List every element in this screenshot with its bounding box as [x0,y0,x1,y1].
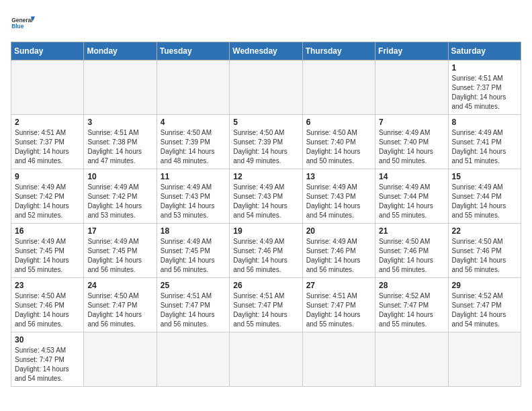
calendar-cell: 3Sunrise: 4:51 AMSunset: 7:38 PMDaylight… [84,115,157,169]
calendar-cell: 25Sunrise: 4:51 AMSunset: 7:47 PMDayligh… [157,278,229,332]
day-number: 1 [452,63,517,73]
day-info: Sunrise: 4:50 AMSunset: 7:46 PMDaylight:… [452,237,517,275]
day-number: 3 [87,118,152,127]
day-info: Sunrise: 4:49 AMSunset: 7:42 PMDaylight:… [15,183,80,220]
day-number: 10 [87,172,152,181]
calendar-cell: 6Sunrise: 4:50 AMSunset: 7:40 PMDaylight… [302,115,375,169]
day-info: Sunrise: 4:51 AMSunset: 7:47 PMDaylight:… [233,291,298,329]
calendar-week-3: 9Sunrise: 4:49 AMSunset: 7:42 PMDaylight… [11,169,521,224]
day-info: Sunrise: 4:49 AMSunset: 7:43 PMDaylight:… [233,183,298,220]
calendar-week-2: 2Sunrise: 4:51 AMSunset: 7:37 PMDaylight… [11,115,521,169]
logo-icon: GeneralBlue [11,11,35,35]
day-header-saturday: Saturday [448,42,521,60]
calendar-cell: 27Sunrise: 4:51 AMSunset: 7:47 PMDayligh… [302,278,375,332]
calendar-cell: 12Sunrise: 4:49 AMSunset: 7:43 PMDayligh… [230,169,302,224]
calendar-cell: 26Sunrise: 4:51 AMSunset: 7:47 PMDayligh… [230,278,302,332]
day-number: 19 [233,226,298,236]
calendar-cell [375,332,448,387]
day-header-friday: Friday [375,42,448,60]
day-header-sunday: Sunday [11,42,84,60]
calendar-week-5: 23Sunrise: 4:50 AMSunset: 7:46 PMDayligh… [11,278,521,332]
day-info: Sunrise: 4:52 AMSunset: 7:47 PMDaylight:… [379,291,444,329]
day-number: 18 [161,226,226,236]
calendar-cell [157,60,229,115]
day-info: Sunrise: 4:51 AMSunset: 7:38 PMDaylight:… [87,128,152,166]
day-info: Sunrise: 4:51 AMSunset: 7:37 PMDaylight:… [452,74,517,111]
calendar-cell: 7Sunrise: 4:49 AMSunset: 7:40 PMDaylight… [375,115,448,169]
day-info: Sunrise: 4:49 AMSunset: 7:45 PMDaylight:… [87,237,152,275]
calendar-cell: 13Sunrise: 4:49 AMSunset: 7:43 PMDayligh… [302,169,375,224]
day-number: 11 [161,172,226,181]
calendar-cell: 8Sunrise: 4:49 AMSunset: 7:41 PMDaylight… [448,115,521,169]
calendar-cell: 4Sunrise: 4:50 AMSunset: 7:39 PMDaylight… [157,115,229,169]
header: GeneralBlue [11,11,521,35]
day-info: Sunrise: 4:50 AMSunset: 7:46 PMDaylight:… [379,237,444,275]
day-info: Sunrise: 4:50 AMSunset: 7:39 PMDaylight:… [161,128,226,166]
day-number: 22 [452,226,517,236]
calendar-cell: 5Sunrise: 4:50 AMSunset: 7:39 PMDaylight… [230,115,302,169]
day-info: Sunrise: 4:49 AMSunset: 7:44 PMDaylight:… [452,183,517,220]
day-number: 7 [379,118,444,127]
day-number: 13 [306,172,371,181]
calendar-cell: 19Sunrise: 4:49 AMSunset: 7:46 PMDayligh… [230,224,302,278]
calendar-cell: 29Sunrise: 4:52 AMSunset: 7:47 PMDayligh… [448,278,521,332]
day-number: 6 [306,118,371,127]
calendar-week-4: 16Sunrise: 4:49 AMSunset: 7:45 PMDayligh… [11,224,521,278]
day-number: 29 [452,281,517,290]
day-info: Sunrise: 4:49 AMSunset: 7:40 PMDaylight:… [379,128,444,166]
day-header-tuesday: Tuesday [157,42,229,60]
day-header-wednesday: Wednesday [230,42,302,60]
calendar-cell [302,332,375,387]
day-number: 4 [161,118,226,127]
day-info: Sunrise: 4:49 AMSunset: 7:45 PMDaylight:… [161,237,226,275]
day-info: Sunrise: 4:49 AMSunset: 7:42 PMDaylight:… [87,183,152,220]
calendar-cell: 2Sunrise: 4:51 AMSunset: 7:37 PMDaylight… [11,115,84,169]
day-info: Sunrise: 4:50 AMSunset: 7:46 PMDaylight:… [15,291,80,329]
day-number: 5 [233,118,298,127]
calendar-cell [448,332,521,387]
day-info: Sunrise: 4:51 AMSunset: 7:47 PMDaylight:… [161,291,226,329]
day-number: 20 [306,226,371,236]
calendar-cell: 17Sunrise: 4:49 AMSunset: 7:45 PMDayligh… [84,224,157,278]
calendar-cell [375,60,448,115]
day-number: 8 [452,118,517,127]
calendar-cell [84,60,157,115]
calendar-cell [302,60,375,115]
day-info: Sunrise: 4:51 AMSunset: 7:47 PMDaylight:… [306,291,371,329]
calendar-cell: 1Sunrise: 4:51 AMSunset: 7:37 PMDaylight… [448,60,521,115]
logo: GeneralBlue [11,11,35,35]
calendar-cell: 30Sunrise: 4:53 AMSunset: 7:47 PMDayligh… [11,332,84,387]
calendar-cell [230,332,302,387]
day-info: Sunrise: 4:52 AMSunset: 7:47 PMDaylight:… [452,291,517,329]
calendar-cell [84,332,157,387]
day-info: Sunrise: 4:50 AMSunset: 7:39 PMDaylight:… [233,128,298,166]
day-info: Sunrise: 4:49 AMSunset: 7:46 PMDaylight:… [233,237,298,275]
day-number: 2 [15,118,80,127]
day-info: Sunrise: 4:50 AMSunset: 7:40 PMDaylight:… [306,128,371,166]
day-number: 28 [379,281,444,290]
calendar-cell: 28Sunrise: 4:52 AMSunset: 7:47 PMDayligh… [375,278,448,332]
calendar-cell: 9Sunrise: 4:49 AMSunset: 7:42 PMDaylight… [11,169,84,224]
calendar-cell: 18Sunrise: 4:49 AMSunset: 7:45 PMDayligh… [157,224,229,278]
calendar-cell [230,60,302,115]
day-number: 12 [233,172,298,181]
day-number: 30 [15,335,80,345]
day-header-monday: Monday [84,42,157,60]
day-info: Sunrise: 4:53 AMSunset: 7:47 PMDaylight:… [15,346,80,383]
day-info: Sunrise: 4:49 AMSunset: 7:43 PMDaylight:… [306,183,371,220]
day-number: 21 [379,226,444,236]
day-number: 23 [15,281,80,290]
calendar-cell: 15Sunrise: 4:49 AMSunset: 7:44 PMDayligh… [448,169,521,224]
day-number: 15 [452,172,517,181]
calendar-header-row: SundayMondayTuesdayWednesdayThursdayFrid… [11,42,521,60]
svg-text:General: General [11,17,32,24]
calendar-week-1: 1Sunrise: 4:51 AMSunset: 7:37 PMDaylight… [11,60,521,115]
day-info: Sunrise: 4:51 AMSunset: 7:37 PMDaylight:… [15,128,80,166]
calendar-cell: 20Sunrise: 4:49 AMSunset: 7:46 PMDayligh… [302,224,375,278]
day-number: 26 [233,281,298,290]
day-info: Sunrise: 4:49 AMSunset: 7:41 PMDaylight:… [452,128,517,166]
calendar-cell: 14Sunrise: 4:49 AMSunset: 7:44 PMDayligh… [375,169,448,224]
calendar-cell: 23Sunrise: 4:50 AMSunset: 7:46 PMDayligh… [11,278,84,332]
day-info: Sunrise: 4:49 AMSunset: 7:43 PMDaylight:… [161,183,226,220]
calendar-cell: 16Sunrise: 4:49 AMSunset: 7:45 PMDayligh… [11,224,84,278]
